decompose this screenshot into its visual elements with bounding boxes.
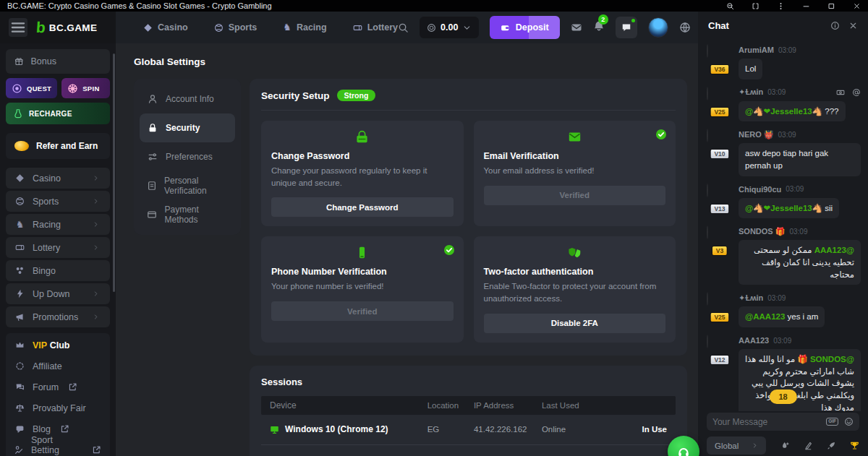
page-title: BC.GAME: Crypto Casino Games & Casino Sl… — [7, 1, 272, 10]
quest-button[interactable]: QUEST — [6, 78, 57, 98]
sidebar-item-provably-fair[interactable]: Provably Fair — [6, 397, 110, 418]
fair-icon — [14, 403, 25, 413]
chat-username[interactable]: ArumiAM — [739, 46, 774, 54]
chat-username[interactable]: ✦Ɫʍin — [739, 293, 763, 303]
brackets-icon[interactable] — [752, 2, 760, 10]
sidebar-item-racing[interactable]: ♞Racing — [6, 214, 110, 235]
chat-input-box[interactable]: GIF — [707, 413, 859, 431]
settings-tab-payment-methods[interactable]: Payment Methods — [140, 200, 235, 229]
rocket-icon[interactable] — [827, 441, 836, 450]
nav-link-lottery[interactable]: Lottery — [353, 22, 398, 33]
sidebar-item-casino[interactable]: Casino — [6, 168, 110, 189]
chat-username[interactable]: SONDOS 🎁 — [739, 227, 785, 236]
deposit-label: Deposit — [516, 22, 549, 33]
nav-link-sports[interactable]: Sports — [214, 22, 258, 33]
chat-username[interactable]: NERO 👹 — [739, 130, 774, 139]
minimize-icon[interactable] — [802, 2, 810, 10]
rules-icon[interactable] — [804, 441, 813, 450]
chat-mention[interactable]: @🐴❤Jesselle13🐴 — [745, 107, 822, 116]
close-chat-icon[interactable] — [848, 21, 858, 30]
settings-tabs: Account Info Security Preferences Person… — [134, 79, 241, 235]
sidebar-item-affiliate[interactable]: Affiliate — [6, 356, 110, 377]
card-action-button[interactable]: Verified — [271, 301, 454, 321]
nav-link-casino[interactable]: Casino — [143, 22, 188, 33]
avatar[interactable] — [707, 225, 708, 239]
sidebar-item-lottery[interactable]: Lottery — [6, 237, 110, 258]
language-globe-icon[interactable] — [679, 22, 691, 33]
chat-mention[interactable]: @AAA123 — [814, 246, 854, 254]
bcgame-logo[interactable]: b BC.GAME — [36, 19, 97, 36]
avatar[interactable] — [707, 129, 708, 142]
card-description: Your email address is verified! — [484, 165, 666, 177]
sidebar-item-club[interactable]: VIP Club — [6, 335, 110, 356]
sidebar-item-sports[interactable]: Sports — [6, 191, 110, 212]
settings-tab-account-info[interactable]: Account Info — [140, 85, 235, 113]
chat-username[interactable]: Chiqui90cu — [739, 185, 781, 194]
maximize-icon[interactable] — [827, 2, 835, 10]
chat-message-input[interactable] — [712, 417, 820, 427]
chat-text: sii — [822, 204, 833, 212]
avatar[interactable] — [707, 44, 708, 58]
chat-timestamp: 03:09 — [789, 228, 807, 236]
sidebar-scrollbar[interactable] — [113, 53, 115, 292]
chat-channel-selector[interactable]: Global — [707, 436, 766, 455]
avatar[interactable] — [707, 184, 708, 197]
close-window-icon[interactable] — [853, 2, 861, 10]
preferences-icon — [147, 152, 158, 162]
chat-timestamp: 03:09 — [778, 46, 796, 54]
sessions-title: Sessions — [261, 377, 676, 387]
sidebar-item-bingo[interactable]: Bingo — [6, 260, 110, 281]
hamburger-menu-button[interactable] — [9, 18, 27, 37]
chat-toggle-button[interactable] — [616, 17, 637, 38]
card-action-button[interactable]: Change Password — [271, 197, 454, 217]
spin-button[interactable]: SPIN — [61, 78, 110, 98]
chat-mention[interactable]: @AAA123 — [745, 312, 785, 321]
recharge-button[interactable]: RECHARGE — [6, 103, 110, 124]
trophy-icon[interactable] — [850, 441, 859, 450]
card-action-button[interactable]: Disable 2FA — [484, 314, 666, 333]
lottery-icon — [14, 243, 25, 252]
chat-text: Lol — [745, 64, 756, 73]
chat-mention[interactable]: @SONDOS 🎁 — [797, 355, 854, 363]
settings-tab-security[interactable]: Security — [140, 113, 235, 142]
card-description: Your phone number is verified! — [271, 280, 454, 293]
avatar[interactable] — [707, 335, 708, 348]
zoom-out-icon[interactable] — [726, 2, 734, 10]
notification-badge: 2 — [598, 14, 608, 25]
bingo-icon — [14, 266, 25, 275]
settings-tab-personal-verification[interactable]: Personal Verification — [140, 171, 235, 200]
deposit-button[interactable]: Deposit — [490, 16, 559, 39]
balance-selector[interactable]: 0.00 — [420, 17, 479, 38]
sidebar-item-up-down[interactable]: Up Down — [6, 283, 110, 304]
chat-username[interactable]: AAA123 — [739, 336, 769, 345]
sidebar-item-label: Sports — [33, 197, 59, 207]
promotions-icon — [14, 312, 25, 322]
kebab-icon[interactable] — [777, 2, 785, 10]
sidebar-item-forum[interactable]: Forum — [6, 377, 110, 397]
notifications-bell[interactable]: 2 — [593, 20, 605, 35]
card-action-button[interactable]: Verified — [484, 186, 666, 205]
settings-tab-label: Account Info — [166, 94, 214, 104]
avatar[interactable] — [707, 87, 708, 100]
nav-link-label: Sports — [229, 22, 258, 33]
unread-messages-pill[interactable]: 18 — [769, 390, 796, 404]
chat-mention[interactable]: @🐴❤Jesselle13🐴 — [745, 204, 822, 212]
emoji-icon[interactable] — [844, 417, 854, 426]
session-action: In Use — [603, 425, 667, 434]
nav-link-racing[interactable]: ♞Racing — [283, 22, 326, 33]
sidebar-item-sport-betting-insig-[interactable]: Sport Betting Insig... — [6, 439, 110, 456]
gif-icon[interactable]: GIF — [826, 418, 838, 426]
vip-level-badge: V25 — [710, 312, 729, 322]
chat-bubble: @🐴❤Jesselle13🐴 sii — [739, 198, 839, 219]
mail-icon[interactable] — [571, 22, 582, 33]
info-icon[interactable] — [830, 21, 840, 30]
avatar[interactable] — [707, 292, 708, 306]
settings-tab-preferences[interactable]: Preferences — [140, 142, 235, 171]
sidebar-item-promotions[interactable]: Promotions — [6, 306, 110, 327]
user-avatar[interactable] — [648, 17, 668, 38]
rain-tip-icon[interactable] — [780, 441, 790, 450]
sidebar-item-bonus[interactable]: Bonus — [6, 49, 110, 74]
search-icon[interactable] — [398, 22, 409, 33]
sidebar-item-refer-and-earn[interactable]: Refer and Earn — [6, 133, 110, 159]
chat-username[interactable]: ✦Ɫʍin — [739, 87, 763, 97]
